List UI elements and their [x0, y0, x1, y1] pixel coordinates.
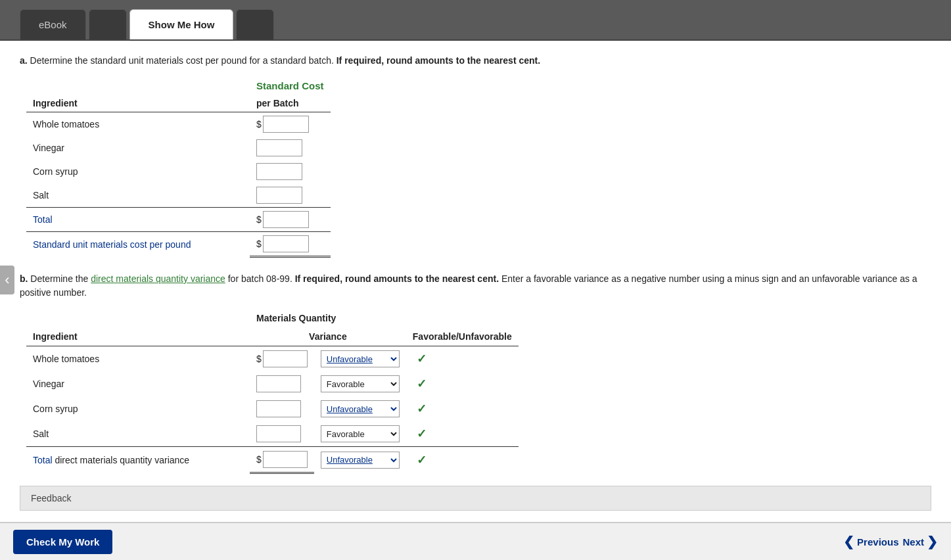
b-dropdown-salt[interactable]: Favorable Unfavorable — [321, 425, 400, 442]
b-check-corn-syrup: ✓ — [406, 396, 519, 421]
feedback-label: Feedback — [31, 493, 71, 503]
question-a-block: a. Determine the standard unit materials… — [20, 54, 931, 258]
total-label-a: Total — [26, 208, 250, 232]
total-row-a: Total $ — [26, 208, 331, 232]
table-row: Salt Favorable Unfavorable ✓ — [26, 421, 519, 447]
input-corn-syrup[interactable] — [256, 163, 302, 180]
unit-cost-label: Standard unit materials cost per pound — [26, 232, 250, 257]
b-dropdown-corn-syrup[interactable]: Unfavorable Favorable — [321, 400, 400, 417]
green-header-a: Standard Cost — [256, 80, 324, 91]
content-area: a. Determine the standard unit materials… — [0, 41, 951, 517]
feedback-bar: Feedback — [20, 486, 931, 511]
col-ingredient-header-b — [26, 309, 250, 327]
tab-show-me-how-label: Show Me How — [149, 19, 215, 30]
b-input-vinegar[interactable] — [256, 375, 301, 392]
tab-ebook-label: eBook — [39, 19, 67, 30]
b-dropdown-cell-corn-syrup: Unfavorable Favorable — [314, 396, 406, 421]
b-ingredient-salt: Salt — [26, 421, 250, 447]
input-cell-whole-tomatoes: $ — [250, 112, 331, 137]
question-b-bold: If required, round amounts to the neares… — [295, 273, 499, 284]
direct-materials-link[interactable]: direct materials quantity variance — [91, 273, 225, 284]
b-check-whole-tomatoes: ✓ — [406, 346, 519, 372]
ingredient-label-corn-syrup: Corn syrup — [26, 160, 250, 183]
b-dropdown-total[interactable]: Unfavorable Favorable — [321, 452, 400, 469]
table-row: Whole tomatoes $ — [26, 112, 331, 137]
tab-blank1[interactable] — [89, 9, 127, 39]
b-input-corn-syrup[interactable] — [256, 400, 301, 417]
question-b-label: b. Determine the direct materials quanti… — [20, 272, 931, 300]
b-dropdown-cell-total: Unfavorable Favorable — [314, 447, 406, 473]
b-input-total[interactable] — [263, 451, 308, 468]
b-input-cell-salt — [250, 421, 314, 447]
tab-blank2[interactable] — [236, 9, 274, 39]
b-input-cell-whole-tomatoes: $ — [250, 346, 314, 372]
question-a-letter: a. — [20, 55, 28, 66]
b-check-total: ✓ — [406, 447, 519, 473]
question-b-text-middle: for batch 08-99. — [228, 273, 292, 284]
left-nav-arrow[interactable]: ‹ — [0, 266, 14, 294]
col-ingredient-header-a — [26, 77, 250, 95]
b-dropdown-whole-tomatoes[interactable]: Unfavorable Favorable — [321, 350, 400, 367]
input-cell-unit-cost: $ — [250, 232, 331, 257]
materials-qty-header: Materials Quantity — [250, 309, 406, 327]
table-row: Vinegar Favorable Unfavorable ✓ — [26, 371, 519, 396]
b-input-cell-vinegar — [250, 371, 314, 396]
b-input-salt[interactable] — [256, 425, 301, 442]
b-input-cell-total: $ — [250, 447, 314, 473]
input-whole-tomatoes[interactable] — [263, 116, 309, 133]
section-b-table: Materials Quantity Ingredient Variance F… — [26, 309, 519, 474]
b-dropdown-cell-vinegar: Favorable Unfavorable — [314, 371, 406, 396]
table-row: Salt — [26, 183, 331, 208]
tab-bar: eBook Show Me How — [0, 0, 951, 41]
input-cell-corn-syrup — [250, 160, 331, 183]
question-a-bold: If required, round amounts to the neares… — [336, 55, 540, 66]
section-a-table: Standard Cost Ingredient per Batch Whole… — [26, 77, 331, 258]
b-total-label: Total direct materials quantity variance — [26, 447, 250, 473]
b-input-cell-corn-syrup — [250, 396, 314, 421]
tab-show-me-how[interactable]: Show Me How — [129, 9, 234, 39]
tab-ebook[interactable]: eBook — [20, 9, 86, 39]
input-cell-vinegar — [250, 136, 331, 160]
question-b-letter: b. — [20, 273, 28, 284]
b-check-vinegar: ✓ — [406, 371, 519, 396]
ingredient-label-whole-tomatoes: Whole tomatoes — [26, 112, 250, 137]
question-a-label: a. Determine the standard unit materials… — [20, 54, 931, 68]
table-row: Whole tomatoes $ Unfavorable Favorable — [26, 346, 519, 372]
b-ingredient-whole-tomatoes: Whole tomatoes — [26, 346, 250, 372]
ingredient-label-vinegar: Vinegar — [26, 136, 250, 160]
variance-col-header: Variance — [250, 327, 406, 346]
b-dropdown-vinegar[interactable]: Favorable Unfavorable — [321, 375, 400, 392]
question-b-block: b. Determine the direct materials quanti… — [20, 272, 931, 474]
per-batch-col-header: per Batch — [250, 95, 331, 112]
ingredient-col-header-b: Ingredient — [26, 327, 250, 346]
table-row: Corn syrup Unfavorable Favorable ✓ — [26, 396, 519, 421]
unit-cost-row: Standard unit materials cost per pound $ — [26, 232, 331, 257]
table-row: Corn syrup — [26, 160, 331, 183]
input-cell-total-a: $ — [250, 208, 331, 232]
b-ingredient-corn-syrup: Corn syrup — [26, 396, 250, 421]
input-total-a[interactable] — [263, 211, 309, 228]
b-check-salt: ✓ — [406, 421, 519, 447]
b-total-row: Total direct materials quantity variance… — [26, 447, 519, 473]
ingredient-col-header-a: Ingredient — [26, 95, 250, 112]
b-ingredient-vinegar: Vinegar — [26, 371, 250, 396]
question-a-text: Determine the standard unit materials co… — [30, 55, 334, 66]
fav-unfav-spacer — [406, 309, 519, 327]
input-vinegar[interactable] — [256, 139, 302, 156]
input-salt[interactable] — [256, 187, 302, 204]
b-dropdown-cell-salt: Favorable Unfavorable — [314, 421, 406, 447]
b-dropdown-cell-whole-tomatoes: Unfavorable Favorable — [314, 346, 406, 372]
b-input-whole-tomatoes[interactable] — [263, 350, 308, 367]
fav-unfav-col-header: Favorable/Unfavorable — [406, 327, 519, 346]
input-unit-cost[interactable] — [263, 235, 309, 252]
question-b-text-before: Determine the — [30, 273, 91, 284]
ingredient-label-salt: Salt — [26, 183, 250, 208]
input-cell-salt — [250, 183, 331, 208]
table-row: Vinegar — [26, 136, 331, 160]
section-a-header: Standard Cost — [250, 77, 331, 95]
